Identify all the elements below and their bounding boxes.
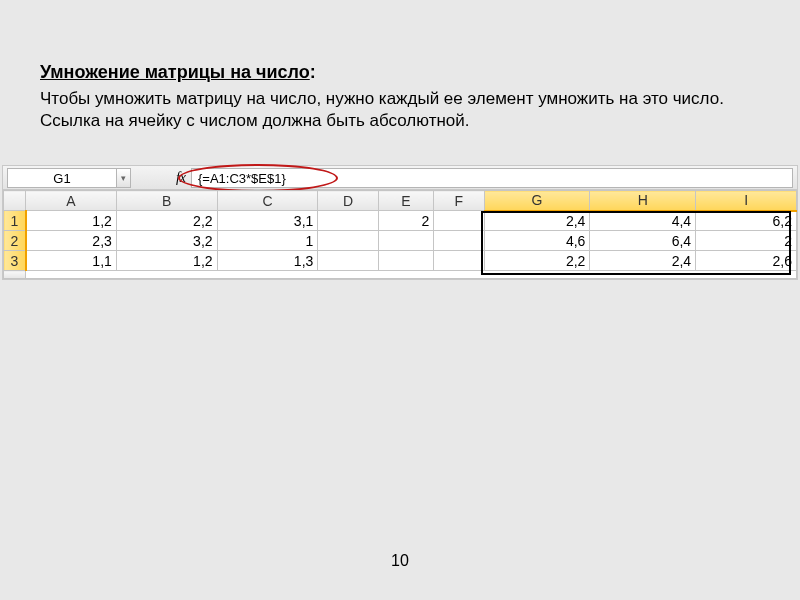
row-header-2[interactable]: 2 — [4, 231, 26, 251]
cell-I1[interactable]: 6,2 — [696, 211, 797, 231]
cell-F2[interactable] — [434, 231, 484, 251]
slide-heading: Умножение матрицы на число: — [40, 62, 760, 83]
cell-A2[interactable]: 2,3 — [26, 231, 117, 251]
cell-E2[interactable] — [378, 231, 433, 251]
table-row — [4, 271, 797, 279]
formula-text: {=A1:C3*$E$1} — [198, 171, 286, 186]
cell-H3[interactable]: 2,4 — [590, 251, 696, 271]
col-header-G[interactable]: G — [484, 191, 590, 211]
cell-G2[interactable]: 4,6 — [484, 231, 590, 251]
cell-B2[interactable]: 3,2 — [116, 231, 217, 251]
heading-colon: : — [310, 62, 316, 82]
table-row: 2 2,3 3,2 1 4,6 6,4 2 — [4, 231, 797, 251]
column-header-row: A B C D E F G H I — [4, 191, 797, 211]
col-header-H[interactable]: H — [590, 191, 696, 211]
table-row: 1 1,2 2,2 3,1 2 2,4 4,4 6,2 — [4, 211, 797, 231]
name-box-dropdown[interactable]: ▾ — [117, 168, 131, 188]
fx-icon[interactable]: fx — [171, 168, 191, 188]
cell-D1[interactable] — [318, 211, 378, 231]
cell-G1[interactable]: 2,4 — [484, 211, 590, 231]
row-header-3[interactable]: 3 — [4, 251, 26, 271]
col-header-D[interactable]: D — [318, 191, 378, 211]
col-header-C[interactable]: C — [217, 191, 318, 211]
cell-A1[interactable]: 1,2 — [26, 211, 117, 231]
cell-E1[interactable]: 2 — [378, 211, 433, 231]
cell-D3[interactable] — [318, 251, 378, 271]
table-row: 3 1,1 1,2 1,3 2,2 2,4 2,6 — [4, 251, 797, 271]
cell-C3[interactable]: 1,3 — [217, 251, 318, 271]
select-all-corner[interactable] — [4, 191, 26, 211]
row-header-1[interactable]: 1 — [4, 211, 26, 231]
slide-description: Чтобы умножить матрицу на число, нужно к… — [40, 88, 760, 132]
name-box[interactable]: G1 — [7, 168, 117, 188]
cell-H2[interactable]: 6,4 — [590, 231, 696, 251]
cell-E3[interactable] — [378, 251, 433, 271]
cell-B1[interactable]: 2,2 — [116, 211, 217, 231]
col-header-A[interactable]: A — [26, 191, 117, 211]
col-header-F[interactable]: F — [434, 191, 484, 211]
formula-bar: G1 ▾ fx {=A1:C3*$E$1} — [3, 166, 797, 190]
spreadsheet-grid: A B C D E F G H I 1 1,2 2,2 3,1 2 2,4 4,… — [3, 190, 797, 279]
col-header-B[interactable]: B — [116, 191, 217, 211]
cell-F3[interactable] — [434, 251, 484, 271]
cell-D2[interactable] — [318, 231, 378, 251]
page-number: 10 — [0, 552, 800, 570]
col-header-I[interactable]: I — [696, 191, 797, 211]
cell-empty-row[interactable] — [26, 271, 797, 279]
cell-C2[interactable]: 1 — [217, 231, 318, 251]
excel-screenshot: G1 ▾ fx {=A1:C3*$E$1} — [2, 165, 798, 280]
formula-input[interactable]: {=A1:C3*$E$1} — [191, 168, 793, 188]
cell-G3[interactable]: 2,2 — [484, 251, 590, 271]
row-header-4[interactable] — [4, 271, 26, 279]
cell-I3[interactable]: 2,6 — [696, 251, 797, 271]
cell-B3[interactable]: 1,2 — [116, 251, 217, 271]
cell-I2[interactable]: 2 — [696, 231, 797, 251]
cell-C1[interactable]: 3,1 — [217, 211, 318, 231]
cell-F1[interactable] — [434, 211, 484, 231]
cell-H1[interactable]: 4,4 — [590, 211, 696, 231]
col-header-E[interactable]: E — [378, 191, 433, 211]
heading-text: Умножение матрицы на число — [40, 62, 310, 82]
cell-A3[interactable]: 1,1 — [26, 251, 117, 271]
